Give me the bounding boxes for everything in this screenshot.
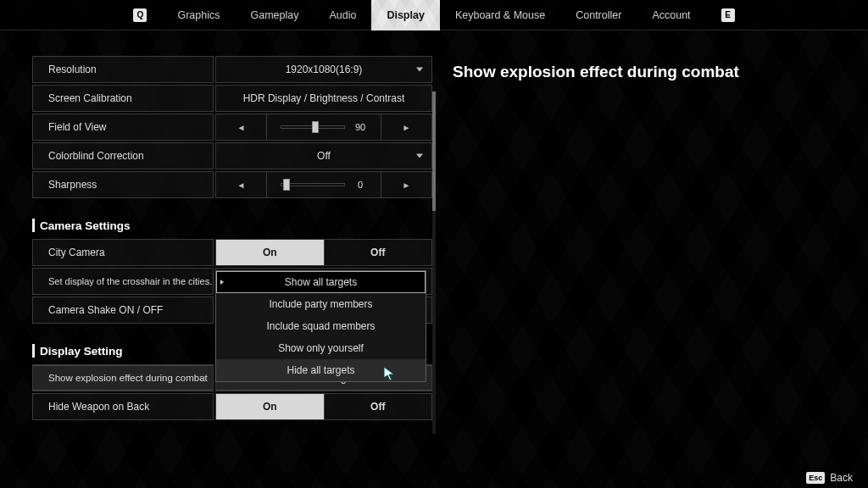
chevron-down-icon	[416, 154, 423, 158]
sharpness-value: 0	[353, 180, 367, 190]
value: 1920x1080(16:9)	[286, 64, 363, 75]
back-label[interactable]: Back	[830, 472, 853, 484]
row-fov[interactable]: Field of View ◄ 90 ►	[32, 114, 432, 141]
dropdown-item[interactable]: Hide all targets	[216, 359, 426, 381]
value: Off	[317, 150, 331, 162]
label: Sharpness	[48, 179, 97, 191]
row-calibration[interactable]: Screen Calibration HDR Display / Brightn…	[32, 85, 432, 112]
row-city-camera[interactable]: City Camera On Off	[32, 239, 432, 266]
label: Screen Calibration	[48, 92, 132, 104]
row-colorblind[interactable]: Colorblind Correction Off	[32, 142, 432, 169]
settings-list: Resolution 1920x1080(16:9) Screen Calibr…	[0, 30, 432, 468]
row-sharpness[interactable]: Sharpness ◄ 0 ►	[32, 171, 432, 198]
dropdown-item[interactable]: Show all targets	[216, 271, 426, 293]
tab-keyboard-mouse[interactable]: Keyboard & Mouse	[440, 0, 560, 30]
slider-thumb[interactable]	[283, 179, 290, 191]
next-key-hint: E	[721, 8, 735, 22]
slider-thumb[interactable]	[312, 121, 319, 133]
scrollbar-thumb[interactable]	[432, 92, 436, 211]
fov-value: 90	[353, 122, 367, 132]
dropdown-item[interactable]: Show only yourself	[216, 337, 426, 359]
sharpness-slider[interactable]: ◄ 0 ►	[215, 171, 432, 198]
slider-track[interactable]	[281, 183, 345, 186]
settings-nav: Q Graphics Gameplay Audio Display Keyboa…	[0, 0, 868, 30]
toggle-off[interactable]: Off	[325, 240, 432, 265]
fov-decrease[interactable]: ◄	[216, 114, 267, 140]
scrollbar[interactable]	[432, 92, 436, 434]
label: Colorblind Correction	[48, 150, 144, 162]
hide-weapon-toggle[interactable]: On Off	[216, 394, 431, 419]
tab-audio[interactable]: Audio	[314, 0, 371, 30]
prev-key-hint: Q	[133, 8, 147, 22]
sharpness-decrease[interactable]: ◄	[216, 172, 267, 197]
calibration-button[interactable]: HDR Display / Brightness / Contrast	[215, 85, 432, 112]
tab-graphics[interactable]: Graphics	[162, 0, 235, 30]
footer: Esc Back	[0, 468, 868, 488]
city-camera-toggle[interactable]: On Off	[216, 240, 431, 265]
chevron-down-icon	[416, 68, 423, 72]
resolution-select[interactable]: 1920x1080(16:9)	[215, 56, 432, 83]
tab-account[interactable]: Account	[637, 0, 705, 30]
esc-key-hint: Esc	[806, 472, 825, 484]
label: Show explosion effect during combat	[48, 373, 208, 383]
label: Hide Weapon on Back	[48, 401, 149, 413]
tab-display[interactable]: Display	[371, 0, 439, 30]
label: Set display of the crosshair in the citi…	[48, 276, 212, 286]
fov-increase[interactable]: ►	[381, 114, 431, 140]
row-resolution[interactable]: Resolution 1920x1080(16:9)	[32, 56, 432, 83]
section-camera-settings: Camera Settings	[32, 219, 432, 232]
toggle-on[interactable]: On	[216, 240, 325, 265]
label: Camera Shake ON / OFF	[48, 304, 163, 316]
toggle-off[interactable]: Off	[325, 394, 432, 419]
tab-controller[interactable]: Controller	[560, 0, 637, 30]
label: Field of View	[48, 121, 106, 133]
dropdown-item[interactable]: Include squad members	[216, 315, 426, 337]
toggle-on[interactable]: On	[216, 394, 325, 419]
dropdown-item[interactable]: Include party members	[216, 293, 426, 315]
colorblind-select[interactable]: Off	[215, 142, 432, 169]
tab-gameplay[interactable]: Gameplay	[235, 0, 314, 30]
row-hide-weapon[interactable]: Hide Weapon on Back On Off	[32, 393, 432, 420]
label: Resolution	[48, 64, 97, 75]
detail-title: Show explosion effect during combat	[453, 63, 868, 81]
value: HDR Display / Brightness / Contrast	[243, 92, 405, 104]
label: City Camera	[48, 247, 105, 258]
fov-slider[interactable]: ◄ 90 ►	[215, 114, 432, 141]
sharpness-increase[interactable]: ►	[381, 172, 431, 197]
slider-track[interactable]	[281, 125, 345, 129]
explosion-dropdown[interactable]: Show all targets Include party members I…	[215, 270, 426, 382]
